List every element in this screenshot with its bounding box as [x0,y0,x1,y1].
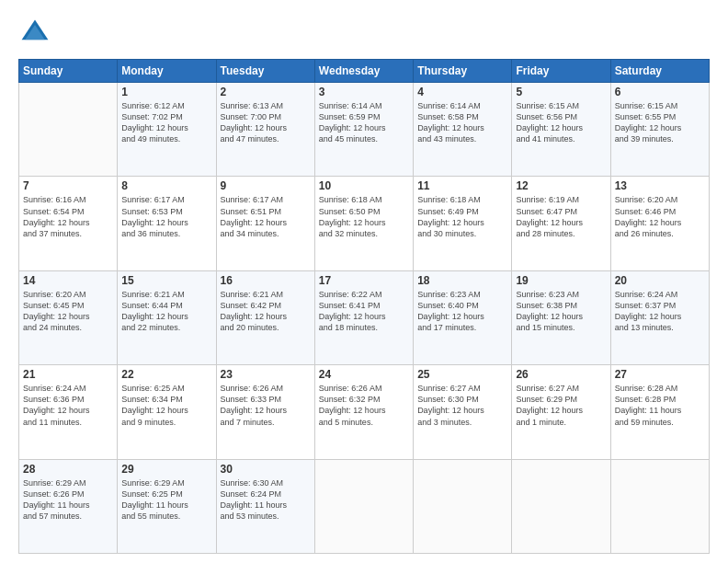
day-info: Sunrise: 6:20 AM Sunset: 6:46 PM Dayligh… [615,194,705,239]
day-info: Sunrise: 6:25 AM Sunset: 6:34 PM Dayligh… [121,383,211,428]
day-info: Sunrise: 6:29 AM Sunset: 6:25 PM Dayligh… [121,477,211,523]
table-row: 15Sunrise: 6:21 AM Sunset: 6:44 PM Dayli… [118,270,216,364]
table-row: 20Sunrise: 6:24 AM Sunset: 6:37 PM Dayli… [610,270,709,364]
table-row: 27Sunrise: 6:28 AM Sunset: 6:28 PM Dayli… [610,365,709,459]
day-number: 20 [615,274,705,287]
day-number: 25 [417,368,507,381]
day-info: Sunrise: 6:18 AM Sunset: 6:49 PM Dayligh… [417,194,507,239]
day-info: Sunrise: 6:17 AM Sunset: 6:51 PM Dayligh… [221,194,311,239]
day-info: Sunrise: 6:15 AM Sunset: 6:56 PM Dayligh… [516,100,606,145]
table-row: 30Sunrise: 6:30 AM Sunset: 6:24 PM Dayli… [216,459,314,553]
table-row: 18Sunrise: 6:23 AM Sunset: 6:40 PM Dayli… [414,270,512,364]
table-row: 14Sunrise: 6:20 AM Sunset: 6:45 PM Dayli… [19,270,118,364]
day-info: Sunrise: 6:23 AM Sunset: 6:40 PM Dayligh… [417,289,507,334]
day-number: 19 [516,274,606,287]
day-number: 29 [121,463,211,476]
table-row: 29Sunrise: 6:29 AM Sunset: 6:25 PM Dayli… [118,459,216,553]
day-info: Sunrise: 6:16 AM Sunset: 6:54 PM Dayligh… [23,194,113,239]
day-number: 16 [221,274,311,287]
day-number: 8 [121,179,211,192]
day-number: 6 [615,86,705,98]
day-number: 12 [516,179,606,192]
day-info: Sunrise: 6:22 AM Sunset: 6:41 PM Dayligh… [319,289,409,334]
table-row: 13Sunrise: 6:20 AM Sunset: 6:46 PM Dayli… [610,177,709,270]
logo [18,17,55,50]
table-row: 7Sunrise: 6:16 AM Sunset: 6:54 PM Daylig… [19,177,118,270]
table-row: 28Sunrise: 6:29 AM Sunset: 6:26 PM Dayli… [19,459,118,553]
day-number: 26 [516,368,606,381]
day-number: 22 [121,368,211,381]
day-info: Sunrise: 6:19 AM Sunset: 6:47 PM Dayligh… [516,194,606,239]
calendar-table: Sunday Monday Tuesday Wednesday Thursday… [18,59,710,554]
day-info: Sunrise: 6:23 AM Sunset: 6:38 PM Dayligh… [516,289,606,334]
table-row [19,83,118,177]
day-info: Sunrise: 6:21 AM Sunset: 6:44 PM Dayligh… [121,289,211,334]
table-row [314,459,413,553]
logo-icon [18,17,51,50]
table-row: 24Sunrise: 6:26 AM Sunset: 6:32 PM Dayli… [314,365,413,459]
table-row: 6Sunrise: 6:15 AM Sunset: 6:55 PM Daylig… [610,83,709,177]
col-tuesday: Tuesday [216,60,314,83]
col-thursday: Thursday [414,60,512,83]
table-row: 10Sunrise: 6:18 AM Sunset: 6:50 PM Dayli… [314,177,413,270]
day-number: 9 [221,179,311,192]
table-row: 26Sunrise: 6:27 AM Sunset: 6:29 PM Dayli… [512,365,610,459]
page: Sunday Monday Tuesday Wednesday Thursday… [0,0,728,563]
day-info: Sunrise: 6:20 AM Sunset: 6:45 PM Dayligh… [23,289,113,334]
table-row: 12Sunrise: 6:19 AM Sunset: 6:47 PM Dayli… [512,177,610,270]
day-info: Sunrise: 6:18 AM Sunset: 6:50 PM Dayligh… [319,194,409,239]
col-saturday: Saturday [610,60,709,83]
day-info: Sunrise: 6:14 AM Sunset: 6:58 PM Dayligh… [417,100,507,145]
col-wednesday: Wednesday [314,60,413,83]
day-info: Sunrise: 6:24 AM Sunset: 6:36 PM Dayligh… [23,383,113,428]
table-row: 5Sunrise: 6:15 AM Sunset: 6:56 PM Daylig… [512,83,610,177]
col-monday: Monday [118,60,216,83]
table-row: 9Sunrise: 6:17 AM Sunset: 6:51 PM Daylig… [216,177,314,270]
table-row: 4Sunrise: 6:14 AM Sunset: 6:58 PM Daylig… [414,83,512,177]
day-number: 3 [319,86,409,98]
day-number: 23 [221,368,311,381]
day-number: 28 [23,463,113,476]
table-row: 17Sunrise: 6:22 AM Sunset: 6:41 PM Dayli… [314,270,413,364]
day-info: Sunrise: 6:24 AM Sunset: 6:37 PM Dayligh… [615,289,705,334]
day-number: 4 [417,86,507,98]
day-info: Sunrise: 6:13 AM Sunset: 7:00 PM Dayligh… [221,100,311,145]
table-row: 21Sunrise: 6:24 AM Sunset: 6:36 PM Dayli… [19,365,118,459]
table-row: 23Sunrise: 6:26 AM Sunset: 6:33 PM Dayli… [216,365,314,459]
day-info: Sunrise: 6:26 AM Sunset: 6:32 PM Dayligh… [319,383,409,428]
table-row [512,459,610,553]
calendar-header-row: Sunday Monday Tuesday Wednesday Thursday… [19,60,710,83]
day-number: 21 [23,368,113,381]
day-number: 13 [615,179,705,192]
table-row: 16Sunrise: 6:21 AM Sunset: 6:42 PM Dayli… [216,270,314,364]
day-info: Sunrise: 6:29 AM Sunset: 6:26 PM Dayligh… [23,477,113,523]
table-row [414,459,512,553]
table-row: 1Sunrise: 6:12 AM Sunset: 7:02 PM Daylig… [118,83,216,177]
day-number: 1 [121,86,211,98]
day-info: Sunrise: 6:30 AM Sunset: 6:24 PM Dayligh… [221,477,311,523]
day-number: 5 [516,86,606,98]
day-number: 2 [221,86,311,98]
day-number: 15 [121,274,211,287]
table-row: 2Sunrise: 6:13 AM Sunset: 7:00 PM Daylig… [216,83,314,177]
day-number: 10 [319,179,409,192]
day-number: 27 [615,368,705,381]
table-row: 22Sunrise: 6:25 AM Sunset: 6:34 PM Dayli… [118,365,216,459]
table-row: 3Sunrise: 6:14 AM Sunset: 6:59 PM Daylig… [314,83,413,177]
day-info: Sunrise: 6:15 AM Sunset: 6:55 PM Dayligh… [615,100,705,145]
table-row: 8Sunrise: 6:17 AM Sunset: 6:53 PM Daylig… [118,177,216,270]
day-info: Sunrise: 6:12 AM Sunset: 7:02 PM Dayligh… [121,100,211,145]
day-number: 18 [417,274,507,287]
header [18,17,710,50]
day-number: 7 [23,179,113,192]
table-row: 19Sunrise: 6:23 AM Sunset: 6:38 PM Dayli… [512,270,610,364]
day-number: 17 [319,274,409,287]
day-info: Sunrise: 6:27 AM Sunset: 6:30 PM Dayligh… [417,383,507,428]
day-info: Sunrise: 6:28 AM Sunset: 6:28 PM Dayligh… [615,383,705,428]
table-row: 11Sunrise: 6:18 AM Sunset: 6:49 PM Dayli… [414,177,512,270]
day-number: 30 [221,463,311,476]
day-info: Sunrise: 6:14 AM Sunset: 6:59 PM Dayligh… [319,100,409,145]
day-number: 14 [23,274,113,287]
day-info: Sunrise: 6:21 AM Sunset: 6:42 PM Dayligh… [221,289,311,334]
table-row [610,459,709,553]
